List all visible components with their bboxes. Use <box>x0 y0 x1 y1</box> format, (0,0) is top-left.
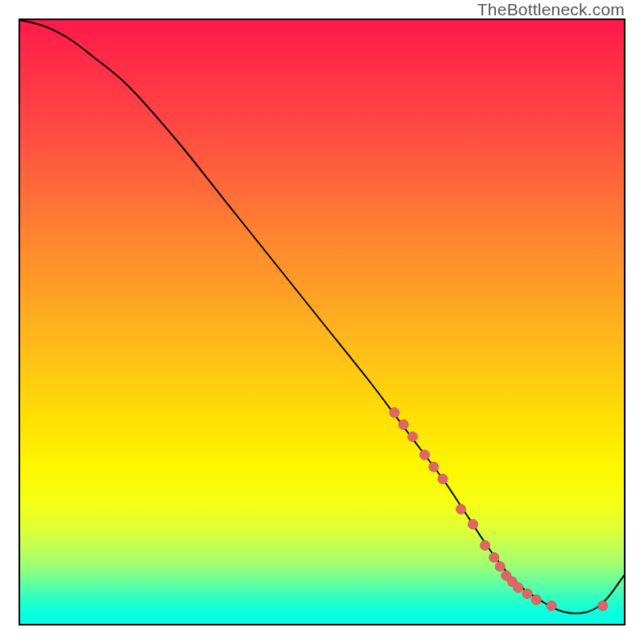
data-marker <box>419 450 429 460</box>
data-marker <box>531 595 541 605</box>
data-marker <box>522 588 532 598</box>
data-marker <box>547 601 556 610</box>
data-marker <box>495 562 505 572</box>
marker-group <box>390 407 608 610</box>
data-marker <box>468 519 477 529</box>
data-marker <box>398 419 408 429</box>
data-marker <box>438 474 448 484</box>
chart-plot-area <box>19 19 625 625</box>
chart-svg <box>20 20 624 624</box>
data-marker <box>480 540 489 550</box>
data-marker <box>598 601 608 610</box>
data-marker <box>407 431 417 441</box>
watermark-text: TheBottleneck.com <box>477 0 625 19</box>
bottleneck-curve <box>20 20 624 613</box>
data-marker <box>489 552 499 562</box>
data-marker <box>390 407 399 417</box>
data-marker <box>514 583 523 592</box>
data-marker <box>456 504 465 514</box>
data-marker <box>429 462 439 472</box>
